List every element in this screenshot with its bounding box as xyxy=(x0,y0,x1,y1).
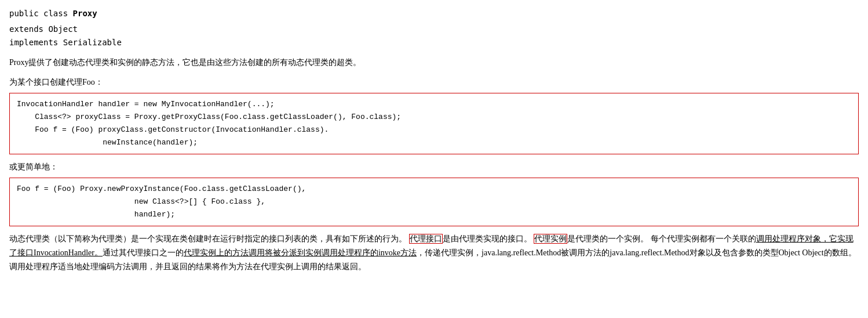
class-header: public class Proxy extends Object implem… xyxy=(9,7,859,49)
code-block-2: Foo f = (Foo) Proxy.newProxyInstance(Foo… xyxy=(9,178,859,226)
main-description: Proxy提供了创建动态代理类和实例的静态方法，它也是由这些方法创建的所有动态代… xyxy=(9,56,859,70)
bottom-text-part1: 动态代理类（以下简称为代理类）是一个实现在类创建时在运行时指定的接口列表的类，具… xyxy=(9,234,409,243)
section1-label: 为某个接口创建代理Foo： xyxy=(9,75,859,89)
proxy-instance-highlight: 代理实例 xyxy=(534,234,567,244)
class-name: Proxy xyxy=(73,9,97,18)
bottom-description: 动态代理类（以下简称为代理类）是一个实现在类创建时在运行时指定的接口列表的类，具… xyxy=(9,232,859,273)
code-block-1: InvocationHandler handler = new MyInvoca… xyxy=(9,93,859,154)
proxy-interface-highlight: 代理接口 xyxy=(409,234,443,244)
invoke-method-underline: 代理实例上的方法调用将被分派到实例调用处理程序的invoke方法 xyxy=(184,248,417,257)
extends-line: extends Object xyxy=(9,23,859,35)
bottom-text-part2: 是由代理类实现的接口。 xyxy=(443,234,534,243)
class-keyword: public class xyxy=(9,9,73,18)
section2-label: 或更简单地： xyxy=(9,160,859,174)
bottom-text-part3: 是代理类的一个实例。 每个代理实例都有一个关联的 xyxy=(567,234,756,243)
bottom-text-part4: 通过其代理接口之一的 xyxy=(103,248,184,257)
implements-line: implements Serializable xyxy=(9,36,859,49)
